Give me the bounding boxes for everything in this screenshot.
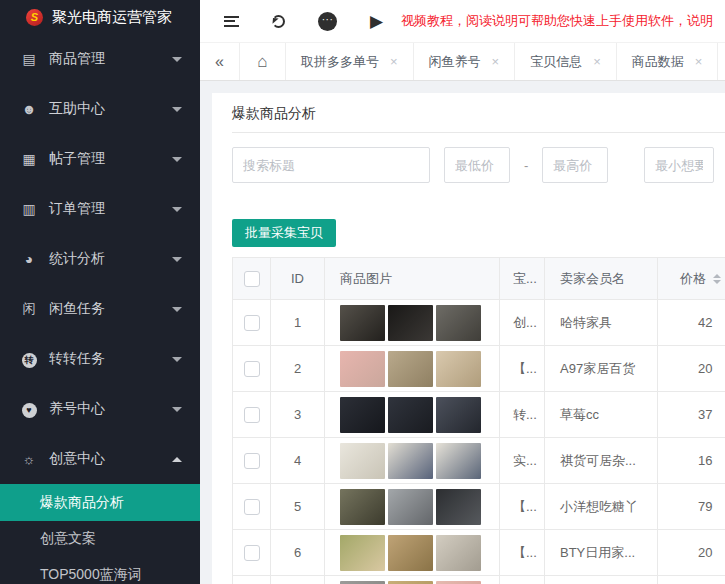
row-checkbox[interactable]	[244, 453, 260, 469]
product-thumbnail[interactable]	[388, 305, 433, 341]
product-images[interactable]	[340, 535, 499, 571]
table-row: 6 【... BTY日用家... 20	[233, 530, 725, 576]
product-thumbnail[interactable]	[388, 397, 433, 433]
sort-icon[interactable]	[713, 274, 721, 284]
sidebar-item-creative[interactable]: ☼ 创意中心	[0, 434, 200, 484]
tab-clipped[interactable]: 宝	[718, 43, 725, 80]
mutual-help-icon: ☻	[20, 101, 38, 117]
cell-seller: A97家居百货	[545, 346, 658, 392]
close-icon[interactable]: ×	[492, 54, 500, 69]
product-thumbnail[interactable]	[388, 443, 433, 479]
tab-label: 取拼多多单号	[301, 53, 379, 71]
main-area: ▶ 视频教程，阅读说明可帮助您快速上手使用软件，说明 « ⌂ 取拼多多单号 × …	[200, 0, 725, 584]
close-icon[interactable]: ×	[695, 54, 703, 69]
chevron-up-icon	[172, 457, 182, 462]
sidebar-item-goods[interactable]: ▤ 商品管理	[0, 34, 200, 84]
sidebar-item-account-care[interactable]: ♥ 养号中心	[0, 384, 200, 434]
cell-id: 1	[271, 300, 325, 346]
sidebar-nav: ▤ 商品管理 ☻ 互助中心 ▦ 帖子管理 ▥ 订单管理 ◕ 统计分析 闲 闲鱼任…	[0, 34, 200, 584]
collapse-menu-icon[interactable]	[224, 16, 239, 27]
product-thumbnail[interactable]	[388, 581, 433, 584]
product-thumbnail[interactable]	[436, 489, 481, 525]
creative-icon: ☼	[20, 451, 38, 467]
notice-text: 视频教程，阅读说明可帮助您快速上手使用软件，说明	[401, 12, 713, 30]
batch-collect-button[interactable]: 批量采集宝贝	[232, 219, 336, 247]
play-video-icon[interactable]: ▶	[370, 11, 383, 32]
message-icon[interactable]	[318, 12, 337, 31]
sidebar-item-posts[interactable]: ▦ 帖子管理	[0, 134, 200, 184]
product-thumbnail[interactable]	[340, 351, 385, 387]
row-checkbox[interactable]	[244, 315, 260, 331]
cell-id: 3	[271, 392, 325, 438]
col-header-price[interactable]: 价格	[658, 258, 725, 300]
row-checkbox[interactable]	[244, 407, 260, 423]
account-care-icon: ♥	[20, 400, 38, 418]
row-checkbox[interactable]	[244, 545, 260, 561]
content: 爆款商品分析 - - 批量采集宝贝 ID 商品图片 宝... 卖家会员名	[200, 81, 725, 584]
product-thumbnail[interactable]	[436, 305, 481, 341]
chevron-down-icon	[172, 207, 182, 212]
tab-label: 商品数据	[632, 53, 684, 71]
tab-xianyu-nurture[interactable]: 闲鱼养号 ×	[414, 43, 516, 80]
cell-seller: 祺货可居杂...	[545, 438, 658, 484]
tab-product-data[interactable]: 商品数据 ×	[617, 43, 719, 80]
product-images[interactable]	[340, 305, 499, 341]
search-title-input[interactable]	[232, 147, 430, 183]
product-images[interactable]	[340, 489, 499, 525]
min-price-input[interactable]	[444, 147, 510, 183]
sidebar-subitem-hot-product-analysis[interactable]: 爆款商品分析	[0, 484, 200, 521]
close-icon[interactable]: ×	[390, 54, 398, 69]
product-images[interactable]	[340, 443, 499, 479]
sidebar-subitem-top5000-words[interactable]: TOP5000蓝海词	[0, 557, 200, 584]
sidebar-item-label: 商品管理	[49, 50, 105, 68]
product-images[interactable]	[340, 351, 499, 387]
table-row	[233, 576, 725, 584]
table-row: 4 实... 祺货可居杂... 16	[233, 438, 725, 484]
product-thumbnail[interactable]	[436, 351, 481, 387]
app-logo-icon: S	[26, 9, 43, 26]
tab-pdd-order[interactable]: 取拼多多单号 ×	[286, 43, 414, 80]
sidebar-item-xianyu-tasks[interactable]: 闲 闲鱼任务	[0, 284, 200, 334]
select-all-checkbox[interactable]	[244, 271, 260, 287]
home-tab-icon[interactable]: ⌂	[240, 43, 286, 80]
product-thumbnail[interactable]	[388, 351, 433, 387]
sidebar-item-label: 养号中心	[49, 400, 105, 418]
hot-product-panel: 爆款商品分析 - - 批量采集宝贝 ID 商品图片 宝... 卖家会员名	[212, 93, 725, 584]
max-price-input[interactable]	[542, 147, 608, 183]
product-thumbnail[interactable]	[436, 397, 481, 433]
sidebar-item-stats[interactable]: ◕ 统计分析	[0, 234, 200, 284]
cell-title	[500, 576, 545, 584]
product-thumbnail[interactable]	[340, 397, 385, 433]
stats-pie-icon: ◕	[20, 251, 38, 267]
tab-item-info[interactable]: 宝贝信息 ×	[515, 43, 617, 80]
refresh-icon[interactable]	[272, 15, 285, 28]
row-checkbox[interactable]	[244, 361, 260, 377]
table-row: 5 【... 小洋想吃糖丫 79	[233, 484, 725, 530]
min-want-input[interactable]	[644, 147, 714, 183]
cell-seller	[545, 576, 658, 584]
cell-title: 【...	[500, 484, 545, 530]
sidebar-item-mutual-help[interactable]: ☻ 互助中心	[0, 84, 200, 134]
product-thumbnail[interactable]	[436, 443, 481, 479]
product-thumbnail[interactable]	[340, 305, 385, 341]
tabs-scroll-left-icon[interactable]: «	[200, 43, 240, 80]
sidebar-item-zhuanzhuan-tasks[interactable]: 转 转转任务	[0, 334, 200, 384]
product-thumbnail[interactable]	[388, 489, 433, 525]
submenu-label: 创意文案	[40, 530, 96, 548]
sidebar-subitem-creative-copy[interactable]: 创意文案	[0, 521, 200, 557]
product-thumbnail[interactable]	[388, 535, 433, 571]
product-thumbnail[interactable]	[340, 581, 385, 584]
cell-id: 6	[271, 530, 325, 576]
product-images[interactable]	[340, 397, 499, 433]
close-icon[interactable]: ×	[593, 54, 601, 69]
row-checkbox[interactable]	[244, 499, 260, 515]
sidebar-item-orders[interactable]: ▥ 订单管理	[0, 184, 200, 234]
product-thumbnail[interactable]	[436, 535, 481, 571]
product-images[interactable]	[340, 581, 499, 584]
tab-label: 宝贝信息	[530, 53, 582, 71]
col-header-title: 宝...	[500, 258, 545, 300]
product-thumbnail[interactable]	[436, 581, 481, 584]
product-thumbnail[interactable]	[340, 535, 385, 571]
product-thumbnail[interactable]	[340, 489, 385, 525]
product-thumbnail[interactable]	[340, 443, 385, 479]
